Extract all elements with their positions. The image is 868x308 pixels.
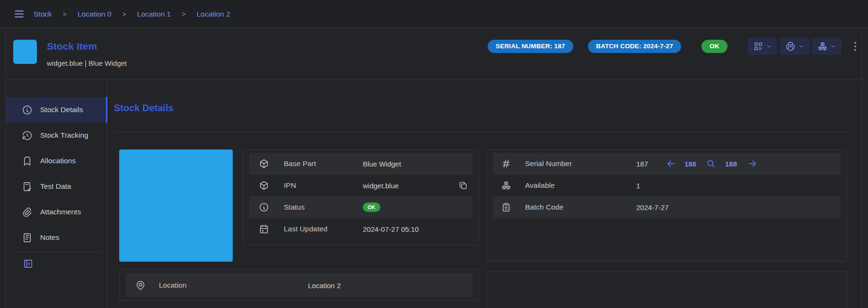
sidebar-collapse-icon[interactable] (23, 258, 34, 269)
available-value: 1 (636, 182, 640, 190)
last-updated-row: Last Updated 2024-07-27 05:10 (249, 218, 473, 240)
sidebar-item-notes[interactable]: Notes (6, 225, 107, 250)
serial-number-badge: SERIAL NUMBER: 187 (488, 40, 573, 53)
info-circle-icon (259, 202, 269, 212)
next-serial-link[interactable]: 188 (725, 160, 737, 168)
base-part-row: Base Part Blue Widget (249, 153, 473, 175)
sidebar-item-label: Allocations (40, 157, 76, 165)
batch-code-row: Batch Code 2024-7-27 (493, 196, 841, 218)
serial-number-row: Serial Number 187 186 188 (493, 153, 841, 175)
history-icon (22, 130, 33, 141)
page-header: Stock Item widget.blue | Blue Widget SER… (6, 28, 862, 79)
print-actions-button[interactable] (780, 38, 809, 55)
stock-item-thumbnail[interactable] (13, 40, 37, 64)
last-updated-label: Last Updated (284, 225, 327, 233)
chevron-down-icon (798, 43, 805, 50)
sidebar-item-label: Stock Tracking (40, 131, 88, 140)
test-report-icon (22, 181, 33, 192)
sidebar-divider (14, 252, 101, 253)
panel-heading-divider (114, 132, 847, 132)
breadcrumb-stock[interactable]: Stock (34, 10, 52, 18)
chevron-down-icon (830, 43, 837, 50)
stock-actions-button[interactable] (812, 38, 842, 55)
location-row: Location Location 2 (126, 273, 473, 297)
stock-details-card: Serial Number 187 186 188 Available 1 (486, 150, 847, 262)
previous-serial-link[interactable]: 186 (684, 160, 696, 168)
panel-heading: Stock Details (114, 103, 174, 114)
base-part-label: Base Part (284, 159, 316, 168)
panel-sidebar: Stock Details Stock Tracking Allocations… (6, 79, 107, 308)
ipn-value: widget.blue (363, 182, 399, 190)
page-subtitle: widget.blue | Blue Widget (47, 59, 127, 67)
hash-icon (501, 158, 511, 169)
chevron-down-icon (766, 43, 772, 50)
breadcrumb-location-2[interactable]: Location 2 (196, 10, 230, 18)
clipboard-icon (501, 202, 511, 212)
next-serial-arrow-icon[interactable] (747, 158, 758, 169)
sidebar-item-label: Stock Details (40, 106, 83, 114)
base-part-link[interactable]: Blue Widget (363, 160, 401, 168)
batch-code-value: 2024-7-27 (636, 203, 668, 211)
paperclip-icon (22, 207, 33, 218)
search-serial-icon[interactable] (706, 159, 716, 168)
box-icon (259, 180, 269, 191)
breadcrumb-separator: > (182, 10, 185, 18)
previous-serial-arrow-icon[interactable] (666, 158, 676, 169)
batch-code-badge: BATCH CODE: 2024-7-27 (588, 40, 681, 53)
calendar-icon (259, 224, 269, 234)
sidebar-item-attachments[interactable]: Attachments (6, 199, 107, 225)
available-row: Available 1 (493, 175, 841, 196)
box-icon (259, 158, 269, 169)
serial-number-value: 187 (636, 160, 648, 168)
part-details-card: Base Part Blue Widget IPN widget.blue St… (243, 150, 479, 246)
breadcrumb-separator: > (63, 10, 67, 18)
menu-icon[interactable] (13, 8, 25, 20)
status-label: Status (284, 203, 305, 211)
status-row: Status OK (249, 196, 473, 218)
sidebar-item-stock-details[interactable]: Stock Details (6, 97, 107, 123)
sidebar-item-test-data[interactable]: Test Data (6, 174, 107, 199)
location-card: Location Location 2 (119, 269, 479, 301)
available-label: Available (525, 181, 555, 190)
serial-number-label: Serial Number (525, 159, 572, 168)
packages-icon (501, 180, 511, 191)
location-link[interactable]: Location 2 (308, 282, 341, 290)
qrcode-icon (753, 41, 763, 52)
sidebar-item-label: Notes (40, 233, 60, 242)
packages-icon (817, 41, 828, 52)
breadcrumb: Stock > Location 0 > Location 1 > Locati… (34, 0, 230, 28)
part-image[interactable] (119, 150, 233, 262)
breadcrumb-location-1[interactable]: Location 1 (137, 10, 171, 18)
breadcrumb-separator: > (122, 10, 126, 18)
page-panel: Stock Item widget.blue | Blue Widget SER… (6, 28, 862, 308)
breadcrumb-location-0[interactable]: Location 0 (78, 10, 112, 18)
status-ok-badge: OK (701, 40, 728, 53)
last-updated-value: 2024-07-27 05:10 (363, 225, 419, 233)
bookmark-icon (22, 156, 33, 167)
info-circle-icon (22, 105, 33, 115)
sidebar-item-label: Test Data (40, 182, 71, 191)
more-options-button[interactable] (849, 39, 861, 53)
page-title: Stock Item (47, 41, 97, 52)
map-pin-icon (135, 280, 146, 290)
notes-icon (22, 232, 33, 243)
empty-detail-card (486, 271, 847, 308)
top-navbar: Stock > Location 0 > Location 1 > Locati… (0, 0, 868, 28)
sidebar-item-stock-tracking[interactable]: Stock Tracking (6, 123, 107, 148)
batch-code-label: Batch Code (525, 203, 563, 211)
dots-vertical-icon (849, 39, 861, 53)
status-ok-pill: OK (363, 202, 380, 212)
barcode-actions-button[interactable] (748, 38, 777, 55)
printer-icon (785, 41, 796, 52)
location-label: Location (159, 281, 187, 290)
sidebar-item-label: Attachments (40, 208, 81, 216)
ipn-row: IPN widget.blue (249, 175, 473, 196)
sidebar-item-allocations[interactable]: Allocations (6, 148, 107, 174)
copy-icon[interactable] (458, 181, 468, 190)
ipn-label: IPN (284, 181, 296, 190)
